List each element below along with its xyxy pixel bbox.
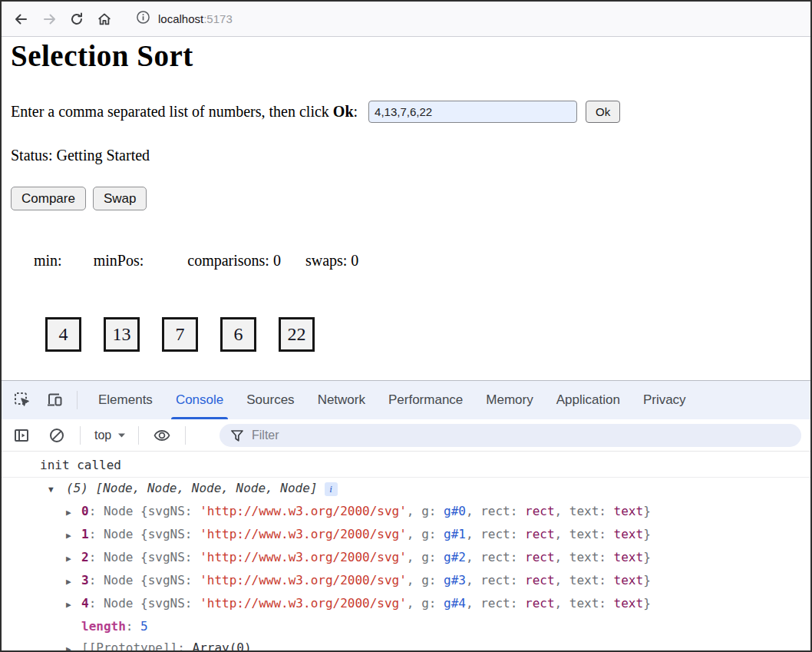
text-ref: text — [614, 527, 644, 541]
svgns-string: 'http://www.w3.org/2000/svg' — [200, 504, 407, 518]
g-ref: g#3 — [444, 573, 466, 587]
prototype-key: [[Prototype]] — [81, 640, 177, 650]
ok-button[interactable]: Ok — [586, 101, 620, 123]
info-badge-icon[interactable]: i — [325, 482, 338, 496]
frame-context-selector[interactable]: top — [94, 429, 126, 442]
compare-button[interactable]: Compare — [11, 187, 86, 210]
prompt-label: Enter a comma separated list of numbers,… — [11, 103, 361, 121]
url-text[interactable]: localhost:5173 — [158, 12, 233, 25]
expand-caret-icon[interactable]: ▶ — [66, 571, 81, 593]
array-item-row: ▶4: Node {svgNS: 'http://www.w3.org/2000… — [2, 593, 810, 616]
tab-performance[interactable]: Performance — [377, 381, 474, 419]
action-buttons: Compare Swap — [11, 187, 147, 210]
tab-memory[interactable]: Memory — [474, 381, 544, 419]
browser-window: localhost:5173 Selection Sort Enter a co… — [0, 0, 812, 652]
url-host: localhost — [158, 12, 203, 25]
tab-application[interactable]: Application — [545, 381, 632, 419]
expand-caret-icon[interactable]: ▶ — [66, 594, 81, 616]
number-entry-row: Enter a comma separated list of numbers,… — [11, 101, 620, 123]
prototype-row: ▶[[Prototype]]: Array(0) — [2, 637, 810, 650]
expand-caret-icon[interactable]: ▶ — [66, 639, 81, 650]
devtools-panel: Elements Console Sources Network Perform… — [2, 380, 810, 650]
number-box: 4 — [45, 317, 81, 352]
array-preview: (5) [Node, Node, Node, Node, Node] — [66, 481, 318, 495]
rect-ref: rect — [525, 504, 555, 518]
eye-icon[interactable] — [151, 425, 173, 446]
tab-network[interactable]: Network — [306, 381, 377, 419]
array-item-row: ▶2: Node {svgNS: 'http://www.w3.org/2000… — [2, 547, 810, 570]
g-ref: g#4 — [444, 596, 466, 611]
expand-caret-icon[interactable]: ▶ — [66, 525, 81, 547]
rect-ref: rect — [525, 573, 555, 587]
tab-sources[interactable]: Sources — [235, 381, 305, 419]
page-content: Selection Sort Enter a comma separated l… — [2, 37, 810, 379]
stats-row: min: minPos: comparisons: 0swaps: 0 — [11, 234, 358, 287]
frame-selector-label: top — [94, 429, 111, 442]
minpos-label: minPos: — [94, 252, 148, 269]
console-toolbar: top — [2, 419, 810, 452]
array-index: 1 — [81, 527, 89, 541]
console-sidebar-icon[interactable] — [11, 425, 32, 446]
number-box: 7 — [162, 317, 198, 352]
svgns-string: 'http://www.w3.org/2000/svg' — [200, 527, 407, 541]
array-index: 2 — [81, 550, 89, 564]
tab-privacy[interactable]: Privacy — [632, 381, 698, 419]
url-bar[interactable]: localhost:5173 — [136, 10, 233, 28]
expand-caret-icon[interactable]: ▶ — [66, 548, 81, 570]
frame-caret-icon — [117, 431, 126, 440]
svgns-string: 'http://www.w3.org/2000/svg' — [200, 550, 407, 564]
svgns-string: 'http://www.w3.org/2000/svg' — [200, 596, 407, 611]
rect-ref: rect — [525, 527, 555, 541]
clear-console-icon[interactable] — [46, 425, 68, 446]
swaps-value: 0 — [351, 252, 358, 269]
array-index: 0 — [81, 504, 89, 518]
numbers-input[interactable] — [368, 101, 577, 123]
back-icon[interactable] — [9, 8, 32, 31]
info-icon[interactable] — [136, 10, 150, 28]
swaps-label: swaps: — [305, 252, 351, 269]
rect-ref: rect — [525, 550, 555, 564]
swap-button[interactable]: Swap — [93, 187, 147, 210]
number-box: 22 — [279, 317, 315, 352]
tab-console[interactable]: Console — [164, 381, 235, 419]
array-item-row: ▶3: Node {svgNS: 'http://www.w3.org/2000… — [2, 570, 810, 593]
array-index: 3 — [81, 573, 89, 587]
array-item-row: ▶0: Node {svgNS: 'http://www.w3.org/2000… — [2, 501, 810, 524]
text-ref: text — [614, 596, 644, 611]
collapse-caret-icon[interactable]: ▼ — [48, 479, 66, 501]
console-filter[interactable] — [220, 424, 801, 447]
array-index: 4 — [81, 596, 89, 611]
expand-caret-icon[interactable]: ▶ — [66, 502, 81, 524]
browser-toolbar: localhost:5173 — [2, 2, 810, 37]
toolbar-separator — [77, 391, 78, 409]
text-ref: text — [614, 573, 644, 587]
number-box: 6 — [220, 317, 256, 352]
toolbar-separator — [80, 426, 81, 445]
forward-icon[interactable] — [38, 8, 61, 31]
comparisons-value: 0 — [273, 252, 281, 269]
number-box: 13 — [104, 317, 140, 352]
toolbar-separator — [185, 426, 186, 445]
page-title: Selection Sort — [11, 38, 193, 73]
g-ref: g#2 — [444, 550, 466, 564]
text-ref: text — [614, 504, 644, 518]
inspect-icon[interactable] — [12, 390, 32, 410]
devtools-tabs: Elements Console Sources Network Perform… — [87, 381, 698, 419]
filter-input[interactable] — [252, 429, 801, 442]
rect-ref: rect — [525, 596, 555, 611]
g-ref: g#0 — [444, 504, 466, 518]
number-boxes: 4 13 7 6 22 — [45, 317, 315, 352]
tab-elements[interactable]: Elements — [87, 381, 164, 419]
length-key: length — [81, 619, 126, 634]
refresh-icon[interactable] — [65, 8, 88, 31]
url-port: :5173 — [203, 12, 233, 25]
array-item-row: ▶1: Node {svgNS: 'http://www.w3.org/2000… — [2, 524, 810, 547]
array-length-row: length: 5 — [2, 616, 810, 637]
home-icon[interactable] — [93, 8, 116, 31]
length-value: 5 — [140, 619, 148, 634]
prototype-value: Array(0) — [193, 640, 252, 650]
device-toolbar-icon[interactable] — [45, 390, 64, 410]
comparisons-label: comparisons: — [187, 252, 273, 269]
g-ref: g#1 — [444, 527, 466, 541]
filter-icon — [231, 430, 243, 442]
